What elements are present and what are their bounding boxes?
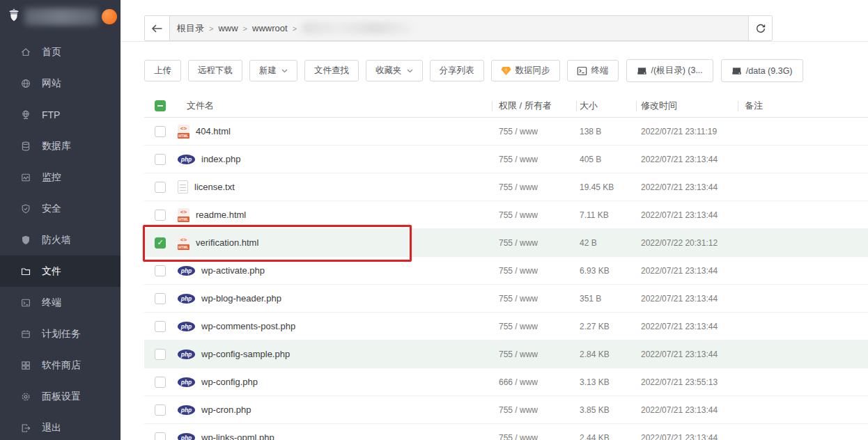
avatar-badge	[102, 9, 117, 24]
sidebar-item-label: 数据库	[42, 140, 71, 152]
table-row[interactable]: <>HTML404.html 755 / www 138 B 2022/07/2…	[144, 118, 868, 146]
sidebar-item-ftp[interactable]: FTP	[0, 99, 121, 130]
sidebar-item-security[interactable]: 安全	[0, 193, 121, 224]
file-name[interactable]: license.txt	[194, 182, 235, 192]
sidebar-item-appstore[interactable]: 软件商店	[0, 349, 121, 381]
file-search-button[interactable]: 文件查找	[304, 60, 359, 81]
select-all-checkbox[interactable]	[155, 100, 166, 111]
logo-bar	[0, 0, 121, 33]
row-checkbox[interactable]	[155, 404, 166, 416]
sidebar-item-label: 终端	[42, 297, 61, 309]
share-list-button[interactable]: 分享列表	[430, 60, 484, 81]
sidebar-item-label: 首页	[42, 46, 61, 58]
file-name[interactable]: 404.html	[196, 126, 231, 136]
file-perm: 755 / www	[492, 266, 576, 276]
row-checkbox-checked[interactable]: ✓	[155, 237, 166, 249]
refresh-button[interactable]	[748, 16, 772, 40]
sidebar-item-website[interactable]: 网站	[0, 68, 121, 99]
breadcrumb-root[interactable]: 根目录	[177, 22, 204, 35]
file-perm: 755 / www	[492, 182, 576, 192]
sidebar-item-label: 文件	[42, 265, 61, 278]
disk-root-button[interactable]: /(根目录) (3...	[626, 59, 713, 82]
html-file-icon: <>HTML	[178, 236, 189, 250]
html-file-icon: <>HTML	[178, 125, 189, 139]
breadcrumb: 根目录 > www > wwwroot >	[170, 16, 748, 40]
column-header-note[interactable]: 备注	[738, 100, 868, 112]
file-mtime: 2022/07/21 23:13:44	[636, 322, 738, 331]
row-checkbox[interactable]	[155, 210, 166, 221]
row-checkbox[interactable]	[155, 126, 166, 137]
back-button[interactable]	[145, 16, 170, 40]
terminal-icon	[577, 66, 587, 76]
row-checkbox[interactable]	[155, 377, 166, 388]
upload-button[interactable]: 上传	[144, 60, 181, 81]
file-name[interactable]: wp-comments-post.php	[201, 321, 295, 331]
table-row[interactable]: phpwp-comments-post.php 755 / www 2.27 K…	[144, 313, 868, 340]
file-name[interactable]: readme.html	[196, 210, 246, 220]
favorites-button[interactable]: 收藏夹	[366, 60, 423, 81]
file-name[interactable]: wp-activate.php	[201, 265, 265, 276]
sidebar-item-terminal[interactable]: 终端	[0, 287, 121, 318]
file-toolbar: 上传 远程下载 新建 文件查找 收藏夹 分享列表 数据同步 终端 /(根目录) …	[144, 59, 868, 82]
file-name[interactable]: wp-config.php	[201, 377, 258, 387]
table-row[interactable]: phpindex.php 755 / www 405 B 2022/07/21 …	[144, 146, 868, 173]
table-row[interactable]: phpwp-activate.php 755 / www 6.93 KB 202…	[144, 257, 868, 285]
logout-icon	[20, 423, 31, 434]
breadcrumb-separator: >	[209, 24, 213, 33]
data-sync-button[interactable]: 数据同步	[491, 60, 560, 81]
file-perm: 666 / www	[492, 377, 576, 387]
table-row[interactable]: phpwp-config.php 666 / www 3.13 KB 2022/…	[144, 368, 868, 396]
row-checkbox[interactable]	[155, 154, 166, 165]
file-name[interactable]: wp-cron.php	[201, 404, 251, 415]
php-file-icon: php	[178, 322, 195, 331]
table-row[interactable]: <>HTMLreadme.html 755 / www 7.11 KB 2022…	[144, 201, 868, 229]
table-row[interactable]: phpwp-cron.php 755 / www 3.85 KB 2022/07…	[144, 396, 868, 424]
table-row-verification-selected[interactable]: ✓ <>HTMLverification.html 755 / www 42 B…	[144, 229, 868, 257]
file-name[interactable]: index.php	[201, 154, 240, 164]
new-button[interactable]: 新建	[249, 60, 297, 81]
row-checkbox[interactable]	[155, 182, 166, 193]
row-checkbox[interactable]	[155, 265, 166, 276]
disk-drive-icon	[637, 66, 647, 76]
row-checkbox[interactable]	[155, 293, 166, 304]
back-arrow-icon	[151, 24, 163, 33]
file-perm: 755 / www	[492, 155, 576, 164]
breadcrumb-wwwroot[interactable]: wwwroot	[252, 23, 288, 33]
sidebar-nav: 首页 网站 FTP 数据库 监控 安全	[0, 33, 121, 440]
file-name[interactable]: wp-config-sample.php	[201, 349, 290, 359]
row-checkbox[interactable]	[155, 432, 166, 440]
folder-icon	[20, 266, 31, 277]
terminal-button[interactable]: 终端	[567, 60, 619, 81]
sidebar-item-settings[interactable]: 面板设置	[0, 381, 121, 412]
file-name[interactable]: verification.html	[196, 237, 258, 248]
column-header-size[interactable]: 大小	[576, 100, 636, 112]
row-checkbox[interactable]	[155, 321, 166, 332]
terminal-icon	[20, 297, 31, 308]
monitor-chart-icon	[20, 172, 31, 183]
file-name[interactable]: wp-links-opml.php	[201, 432, 274, 440]
sidebar-item-database[interactable]: 数据库	[0, 130, 121, 162]
sidebar-item-cron[interactable]: 计划任务	[0, 318, 121, 349]
column-header-perm[interactable]: 权限 / 所有者	[492, 100, 576, 112]
column-header-name[interactable]: 文件名	[178, 100, 492, 112]
file-mtime: 2022/07/21 23:13:44	[636, 405, 738, 415]
table-row[interactable]: phpwp-links-opml.php 755 / www 2.44 KB 2…	[144, 424, 868, 440]
table-row[interactable]: phpwp-blog-header.php 755 / www 351 B 20…	[144, 285, 868, 313]
table-row-hover[interactable]: phpwp-config-sample.php 755 / www 2.84 K…	[144, 340, 868, 368]
sidebar-item-files[interactable]: 文件	[0, 256, 121, 287]
sidebar-item-firewall[interactable]: 防火墙	[0, 224, 121, 256]
gem-icon	[501, 66, 511, 76]
column-header-mtime[interactable]: 修改时间	[636, 100, 738, 112]
sidebar-item-logout[interactable]: 退出	[0, 412, 121, 440]
file-name[interactable]: wp-blog-header.php	[201, 293, 281, 304]
html-file-icon: <>HTML	[178, 208, 189, 222]
sidebar-item-monitor[interactable]: 监控	[0, 162, 121, 193]
sidebar-item-home[interactable]: 首页	[0, 36, 121, 68]
breadcrumb-www[interactable]: www	[218, 23, 238, 33]
disk-data-button[interactable]: /data (9.3G)	[721, 59, 803, 82]
remote-download-button[interactable]: 远程下载	[188, 60, 242, 81]
row-checkbox[interactable]	[155, 349, 166, 360]
table-row[interactable]: license.txt 755 / www 19.45 KB 2022/07/2…	[144, 173, 868, 201]
file-size: 6.93 KB	[576, 266, 636, 276]
globe-icon	[20, 78, 31, 89]
